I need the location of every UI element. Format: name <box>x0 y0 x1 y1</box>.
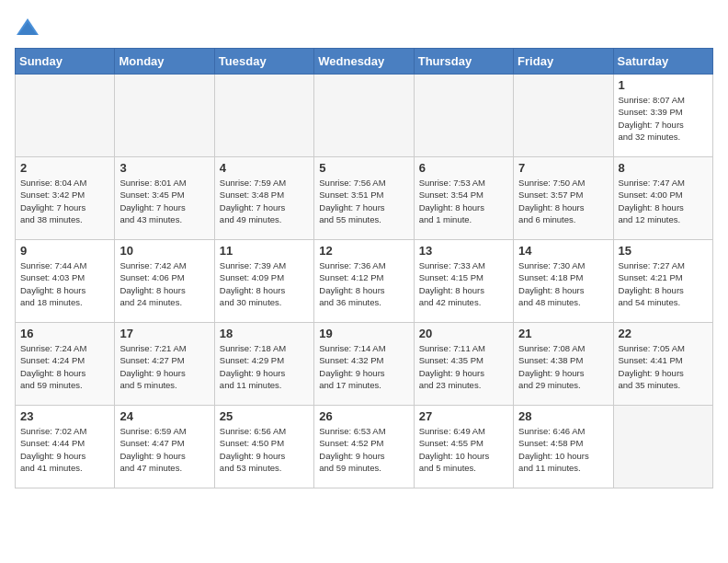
calendar-week-row: 16Sunrise: 7:24 AM Sunset: 4:24 PM Dayli… <box>16 323 713 406</box>
day-info: Sunrise: 7:47 AM Sunset: 4:00 PM Dayligh… <box>619 177 708 225</box>
day-number: 3 <box>119 161 209 175</box>
calendar-cell: 2Sunrise: 8:04 AM Sunset: 3:42 PM Daylig… <box>16 157 115 240</box>
calendar-cell: 3Sunrise: 8:01 AM Sunset: 3:45 PM Daylig… <box>115 157 214 240</box>
calendar-cell: 16Sunrise: 7:24 AM Sunset: 4:24 PM Dayli… <box>16 323 115 406</box>
day-info: Sunrise: 7:44 AM Sunset: 4:03 PM Dayligh… <box>20 259 109 308</box>
calendar-week-row: 1Sunrise: 8:07 AM Sunset: 3:39 PM Daylig… <box>16 75 713 157</box>
day-info: Sunrise: 7:53 AM Sunset: 3:54 PM Dayligh… <box>419 177 508 225</box>
calendar-cell <box>214 75 313 157</box>
calendar-cell: 26Sunrise: 6:53 AM Sunset: 4:52 PM Dayli… <box>314 406 414 488</box>
calendar-cell: 23Sunrise: 7:02 AM Sunset: 4:44 PM Dayli… <box>16 406 115 488</box>
day-info: Sunrise: 7:27 AM Sunset: 4:21 PM Dayligh… <box>619 259 708 308</box>
logo <box>15 15 44 40</box>
calendar-cell: 9Sunrise: 7:44 AM Sunset: 4:03 PM Daylig… <box>16 240 115 323</box>
day-info: Sunrise: 6:56 AM Sunset: 4:50 PM Dayligh… <box>220 425 309 474</box>
calendar-cell: 14Sunrise: 7:30 AM Sunset: 4:18 PM Dayli… <box>514 240 613 323</box>
day-info: Sunrise: 6:53 AM Sunset: 4:52 PM Dayligh… <box>319 425 408 474</box>
day-number: 26 <box>319 409 408 423</box>
day-info: Sunrise: 7:02 AM Sunset: 4:44 PM Dayligh… <box>20 425 109 474</box>
day-number: 23 <box>20 409 109 423</box>
calendar-cell: 24Sunrise: 6:59 AM Sunset: 4:47 PM Dayli… <box>115 406 214 488</box>
page-header <box>15 15 713 40</box>
day-info: Sunrise: 6:49 AM Sunset: 4:55 PM Dayligh… <box>419 425 508 474</box>
day-number: 12 <box>319 244 408 258</box>
weekday-header-friday: Friday <box>514 49 613 75</box>
day-info: Sunrise: 7:05 AM Sunset: 4:41 PM Dayligh… <box>619 342 708 391</box>
day-number: 8 <box>619 161 708 175</box>
calendar-cell: 13Sunrise: 7:33 AM Sunset: 4:15 PM Dayli… <box>414 240 513 323</box>
weekday-header-monday: Monday <box>115 49 214 75</box>
day-number: 10 <box>119 244 209 258</box>
day-number: 24 <box>119 409 209 423</box>
day-info: Sunrise: 8:07 AM Sunset: 3:39 PM Dayligh… <box>619 94 708 143</box>
weekday-header-wednesday: Wednesday <box>314 49 414 75</box>
calendar-cell: 7Sunrise: 7:50 AM Sunset: 3:57 PM Daylig… <box>514 157 613 240</box>
day-info: Sunrise: 7:59 AM Sunset: 3:48 PM Dayligh… <box>220 177 309 225</box>
day-info: Sunrise: 7:56 AM Sunset: 3:51 PM Dayligh… <box>319 177 408 225</box>
day-number: 7 <box>518 161 608 175</box>
calendar-cell <box>16 75 115 157</box>
calendar-cell: 25Sunrise: 6:56 AM Sunset: 4:50 PM Dayli… <box>214 406 313 488</box>
day-number: 28 <box>518 409 608 423</box>
weekday-header-sunday: Sunday <box>16 49 115 75</box>
day-info: Sunrise: 6:46 AM Sunset: 4:58 PM Dayligh… <box>518 425 608 474</box>
calendar-cell: 22Sunrise: 7:05 AM Sunset: 4:41 PM Dayli… <box>613 323 712 406</box>
calendar-cell: 5Sunrise: 7:56 AM Sunset: 3:51 PM Daylig… <box>314 157 414 240</box>
calendar-cell: 27Sunrise: 6:49 AM Sunset: 4:55 PM Dayli… <box>414 406 513 488</box>
day-info: Sunrise: 7:30 AM Sunset: 4:18 PM Dayligh… <box>518 259 608 308</box>
weekday-header-row: SundayMondayTuesdayWednesdayThursdayFrid… <box>16 49 713 75</box>
calendar-cell: 18Sunrise: 7:18 AM Sunset: 4:29 PM Dayli… <box>214 323 313 406</box>
day-number: 6 <box>419 161 508 175</box>
day-number: 19 <box>319 327 408 340</box>
calendar-cell: 6Sunrise: 7:53 AM Sunset: 3:54 PM Daylig… <box>414 157 513 240</box>
day-number: 21 <box>518 327 608 340</box>
calendar-cell: 21Sunrise: 7:08 AM Sunset: 4:38 PM Dayli… <box>514 323 613 406</box>
calendar-week-row: 9Sunrise: 7:44 AM Sunset: 4:03 PM Daylig… <box>16 240 713 323</box>
calendar-cell <box>514 75 613 157</box>
day-info: Sunrise: 7:14 AM Sunset: 4:32 PM Dayligh… <box>319 342 408 391</box>
day-number: 14 <box>518 244 608 258</box>
day-number: 27 <box>419 409 508 423</box>
calendar-cell: 28Sunrise: 6:46 AM Sunset: 4:58 PM Dayli… <box>514 406 613 488</box>
day-number: 9 <box>20 244 109 258</box>
day-info: Sunrise: 7:18 AM Sunset: 4:29 PM Dayligh… <box>220 342 309 391</box>
calendar-cell: 8Sunrise: 7:47 AM Sunset: 4:00 PM Daylig… <box>613 157 712 240</box>
day-number: 1 <box>619 78 708 92</box>
calendar-cell <box>115 75 214 157</box>
logo-icon <box>15 15 40 40</box>
day-number: 11 <box>220 244 309 258</box>
calendar-cell: 10Sunrise: 7:42 AM Sunset: 4:06 PM Dayli… <box>115 240 214 323</box>
day-info: Sunrise: 7:42 AM Sunset: 4:06 PM Dayligh… <box>119 259 209 308</box>
weekday-header-saturday: Saturday <box>613 49 712 75</box>
day-info: Sunrise: 8:04 AM Sunset: 3:42 PM Dayligh… <box>20 177 109 225</box>
day-info: Sunrise: 7:11 AM Sunset: 4:35 PM Dayligh… <box>419 342 508 391</box>
day-number: 13 <box>419 244 508 258</box>
day-info: Sunrise: 7:08 AM Sunset: 4:38 PM Dayligh… <box>518 342 608 391</box>
day-info: Sunrise: 7:33 AM Sunset: 4:15 PM Dayligh… <box>419 259 508 308</box>
day-info: Sunrise: 7:39 AM Sunset: 4:09 PM Dayligh… <box>220 259 309 308</box>
calendar-cell <box>414 75 513 157</box>
weekday-header-tuesday: Tuesday <box>214 49 313 75</box>
calendar-week-row: 23Sunrise: 7:02 AM Sunset: 4:44 PM Dayli… <box>16 406 713 488</box>
calendar-cell: 20Sunrise: 7:11 AM Sunset: 4:35 PM Dayli… <box>414 323 513 406</box>
day-number: 18 <box>220 327 309 340</box>
day-info: Sunrise: 7:36 AM Sunset: 4:12 PM Dayligh… <box>319 259 408 308</box>
day-number: 5 <box>319 161 408 175</box>
calendar-cell: 17Sunrise: 7:21 AM Sunset: 4:27 PM Dayli… <box>115 323 214 406</box>
day-info: Sunrise: 7:24 AM Sunset: 4:24 PM Dayligh… <box>20 342 109 391</box>
day-number: 22 <box>619 327 708 340</box>
day-number: 25 <box>220 409 309 423</box>
calendar-table: SundayMondayTuesdayWednesdayThursdayFrid… <box>15 48 713 488</box>
day-info: Sunrise: 6:59 AM Sunset: 4:47 PM Dayligh… <box>119 425 209 474</box>
day-number: 2 <box>20 161 109 175</box>
day-info: Sunrise: 7:50 AM Sunset: 3:57 PM Dayligh… <box>518 177 608 225</box>
calendar-cell: 15Sunrise: 7:27 AM Sunset: 4:21 PM Dayli… <box>613 240 712 323</box>
day-number: 15 <box>619 244 708 258</box>
calendar-cell: 1Sunrise: 8:07 AM Sunset: 3:39 PM Daylig… <box>613 75 712 157</box>
calendar-cell: 19Sunrise: 7:14 AM Sunset: 4:32 PM Dayli… <box>314 323 414 406</box>
calendar-cell: 4Sunrise: 7:59 AM Sunset: 3:48 PM Daylig… <box>214 157 313 240</box>
day-info: Sunrise: 8:01 AM Sunset: 3:45 PM Dayligh… <box>119 177 209 225</box>
day-info: Sunrise: 7:21 AM Sunset: 4:27 PM Dayligh… <box>119 342 209 391</box>
calendar-cell: 12Sunrise: 7:36 AM Sunset: 4:12 PM Dayli… <box>314 240 414 323</box>
calendar-cell <box>314 75 414 157</box>
